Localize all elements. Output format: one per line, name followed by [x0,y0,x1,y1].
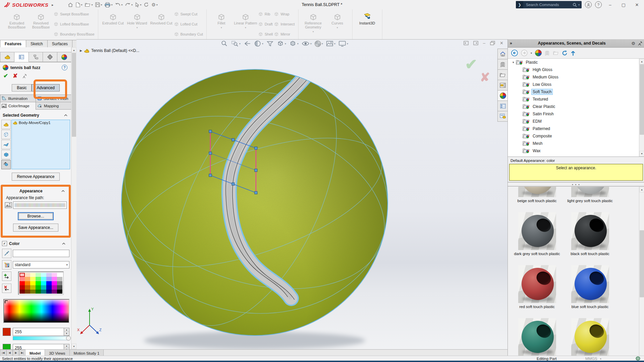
curves-button[interactable]: Curves▾ [325,10,350,39]
color-swatch[interactable] [25,290,30,294]
new-swatch-button[interactable] [2,260,11,269]
reference-geometry-button[interactable]: Reference Geometry▾ [301,10,325,39]
color-swatch[interactable] [19,277,25,281]
color-swatch[interactable] [57,273,62,277]
red-value-spinner[interactable]: 255 ▲▼ [13,328,69,336]
color-swatch[interactable] [30,273,36,277]
rib-button[interactable]: Rib [258,12,273,16]
thumbnails-scrollbar[interactable]: ▲ ▼ [639,187,644,362]
sketch-filter-icon[interactable] [266,40,274,47]
viewport-minimize-icon[interactable]: – [483,41,485,46]
tree-node-edm[interactable]: EDM [508,118,644,125]
viewport-close-icon[interactable]: ✕ [500,41,503,46]
redo-button[interactable]: ▾ [124,2,133,8]
scroll-up-icon[interactable]: ▲ [71,47,76,53]
tree-node-label[interactable]: Low Gloss [532,82,552,87]
color-swatch[interactable] [30,281,36,285]
color-name-field[interactable] [13,250,69,257]
caret-down-icon[interactable]: ▾ [140,3,141,6]
caret-down-icon[interactable]: ▾ [91,3,93,6]
filter-part-button[interactable] [1,120,11,129]
tab-design-library[interactable] [497,59,508,70]
caret-down-icon[interactable]: ▾ [156,3,158,6]
shell-button[interactable]: Shell [258,32,273,37]
back-button[interactable] [511,50,518,56]
tab-solidworks-forum[interactable] [497,111,508,122]
basic-button[interactable]: Basic [12,84,32,92]
tab-appearances-scenes[interactable] [497,90,508,101]
tree-node-satin-finish[interactable]: Satin Finish [508,110,644,118]
color-swatch[interactable] [19,290,25,294]
hole-wizard-button[interactable]: Hole Wizard▾ [125,10,149,39]
tab-file-explorer[interactable] [497,69,508,80]
green-value-spinner[interactable]: 255 ▲▼ [13,344,69,349]
selected-geometry-list[interactable]: Body-Move/Copy1 [11,120,70,169]
tree-node-label[interactable]: Satin Finish [532,111,555,117]
caret-down-icon[interactable]: ▾ [131,3,132,6]
green-value[interactable]: 255 [13,346,64,349]
viewport-restore-icon[interactable] [490,41,495,45]
color-swatch[interactable] [25,277,30,281]
browse-button[interactable]: Browse... [18,212,53,220]
color-swatch[interactable] [19,281,25,285]
scroll-up-icon[interactable]: ▲ [639,187,644,192]
tree-node-composite[interactable]: Composite [508,132,644,140]
sheet-nav-button[interactable]: ▶ [13,350,19,356]
tab-propertymanager[interactable] [14,52,29,62]
collapse-chevron-icon[interactable] [62,243,65,245]
tab-features[interactable]: Features [0,40,26,47]
remove-color-button[interactable] [2,284,11,293]
view-orientation-icon[interactable]: ▾ [277,40,286,47]
filter-face-button[interactable] [1,130,11,139]
cancel-button[interactable]: ✘ [13,72,17,79]
caret-down-icon[interactable]: ▾ [81,3,82,6]
tree-node-label[interactable]: Mesh [532,141,543,146]
appearance-thumbnail-beige-soft-touch-plastic[interactable]: beige soft touch plastic [515,187,559,203]
pane-splitter[interactable]: ▴ ▴ ▴ [508,182,644,187]
color-swatch[interactable] [36,285,41,289]
appearance-thumbnail-red-soft-touch-plastic[interactable]: red soft touch plastic [515,265,559,309]
minimize-button[interactable]: – [605,2,615,7]
save-appearance-button[interactable]: Save Appearance... [13,224,58,232]
caret-down-icon[interactable]: ▾ [337,26,338,30]
caret-down-icon[interactable]: ▾ [297,42,299,45]
color-swatch[interactable] [41,277,46,281]
feature-breadcrumb[interactable]: ▶ Tennis Ball (Default) <<D... [80,48,139,53]
cancel-x-icon[interactable]: ✘ [480,70,490,84]
color-swatch[interactable] [52,290,57,294]
doc-tab-model[interactable]: Model [25,350,45,356]
history-caret-icon[interactable]: ▾ [531,52,532,55]
tree-node-medium-gloss[interactable]: Medium Gloss [508,73,644,81]
tennis-ball-body[interactable] [103,55,406,350]
scroll-down-icon[interactable]: ▼ [639,151,644,157]
tree-node-high-gloss[interactable]: High Gloss [508,66,644,73]
caret-down-icon[interactable]: ▾ [245,26,246,30]
color-swatch[interactable] [57,285,62,289]
scrollbar-thumb[interactable] [72,53,76,137]
color-swatch[interactable] [41,290,46,294]
display-style-icon[interactable]: ▾ [289,40,299,47]
color-swatch[interactable] [19,285,25,289]
tab-color-image[interactable]: Color/Image [0,102,36,110]
apply-scene-icon[interactable]: ▾ [326,40,335,47]
extruded-boss-base-button[interactable]: Extruded Boss/Base [5,10,29,39]
close-button[interactable]: ✕ [632,2,642,7]
options-button[interactable]: ⚙▾ [150,1,159,8]
color-checkbox[interactable]: ✓ [2,241,7,246]
caret-down-icon[interactable]: ▾ [111,3,112,6]
tree-scrollbar[interactable]: ▲ ▼ [639,59,644,157]
edit-appearance-ball-icon[interactable] [535,50,542,56]
collapse-pane-icon[interactable]: » [510,41,512,46]
color-swatch[interactable] [52,273,57,277]
undo-button[interactable]: ▾ [114,2,123,8]
remove-appearance-button[interactable]: Remove Appearance [12,173,59,181]
search-dropdown-caret-icon[interactable]: ▾ [578,3,582,6]
caret-down-icon[interactable]: ▾ [310,42,312,45]
lofted-boss-base-button[interactable]: Lofted Boss/Base [54,22,95,26]
advanced-button[interactable]: Advanced [32,84,59,92]
scroll-down-icon[interactable]: ▼ [71,344,76,349]
tree-node-label[interactable]: Plastic [525,60,539,65]
tab-configurations[interactable] [29,52,43,62]
search-icon[interactable] [571,3,578,7]
tab-dimxpert[interactable] [43,52,57,62]
